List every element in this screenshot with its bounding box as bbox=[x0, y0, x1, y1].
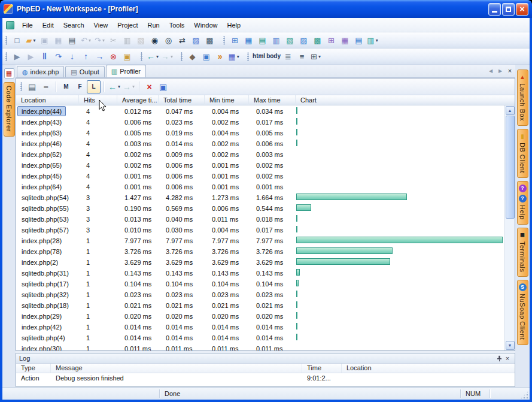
column-header-chart[interactable]: Chart bbox=[296, 95, 515, 105]
dock-tab-code-explorer[interactable]: Code Explorer bbox=[4, 82, 15, 137]
auto-hide-pin-button[interactable] bbox=[495, 354, 503, 362]
layout-button[interactable]: ▦▾ bbox=[227, 50, 241, 63]
table-row[interactable]: sqlitedb.php(31)10.143 ms0.143 ms0.143 m… bbox=[16, 267, 515, 278]
tab-scroll-right-button[interactable]: ▶ bbox=[496, 67, 504, 75]
step-out-button[interactable]: ↑ bbox=[79, 50, 93, 63]
column-header-total-time[interactable]: Total time bbox=[159, 95, 205, 105]
clear-results-button[interactable]: × bbox=[142, 80, 156, 93]
table-row[interactable]: index.php(62)40.002 ms0.009 ms0.002 ms0.… bbox=[16, 149, 515, 159]
db-window-button[interactable]: ⊞ bbox=[324, 34, 338, 47]
table-row[interactable]: sqlitedb.php(18)10.021 ms0.021 ms0.021 m… bbox=[16, 300, 515, 310]
filter-f-button[interactable]: F bbox=[73, 80, 87, 93]
table-row[interactable]: index.php(44)40.012 ms0.047 ms0.004 ms0.… bbox=[16, 105, 515, 116]
menu-item-view[interactable]: View bbox=[89, 19, 113, 31]
db-grid-button[interactable]: ▦ bbox=[242, 34, 256, 47]
replace-button[interactable]: ⇄ bbox=[175, 34, 189, 47]
tab-profiler[interactable]: ▥Profiler bbox=[106, 65, 146, 77]
toolbar-grip[interactable] bbox=[20, 82, 22, 91]
find-button[interactable]: ◉ bbox=[148, 34, 162, 47]
table-row[interactable]: index.php(46)40.003 ms0.014 ms0.002 ms0.… bbox=[16, 138, 515, 149]
column-header-hits[interactable]: Hits bbox=[79, 95, 117, 105]
stop-button[interactable]: ⊗ bbox=[107, 50, 120, 63]
table-row[interactable]: index.php(45)40.001 ms0.006 ms0.001 ms0.… bbox=[16, 170, 515, 181]
save-results-button[interactable]: ▣ bbox=[156, 80, 170, 93]
new-file-button[interactable]: □ bbox=[10, 34, 24, 47]
table-row[interactable]: sqlitedb.php(4)10.014 ms0.014 ms0.014 ms… bbox=[16, 332, 515, 343]
menu-item-search[interactable]: Search bbox=[59, 19, 89, 31]
title-bar[interactable]: PhpED - New Workspace - [Profiler] × bbox=[0, 0, 532, 18]
db-form-button[interactable]: ⊞ bbox=[228, 34, 242, 47]
column-header-average-ti[interactable]: Average ti... bbox=[117, 95, 159, 105]
pause-button[interactable]: ‖ bbox=[38, 50, 51, 63]
menu-item-file[interactable]: File bbox=[17, 19, 38, 31]
filter-l-button[interactable]: L bbox=[87, 80, 101, 93]
table-row[interactable]: sqlitedb.php(55)30.190 ms0.569 ms0.006 m… bbox=[16, 202, 515, 213]
menu-item-project[interactable]: Project bbox=[113, 19, 142, 31]
dock-tab-nusoap-client[interactable]: SNuSoap Client bbox=[517, 280, 528, 344]
table-row[interactable]: index.php(78)13.726 ms3.726 ms3.726 ms3.… bbox=[16, 246, 515, 256]
step-into-button[interactable]: ↓ bbox=[65, 50, 79, 63]
filter-m-button[interactable]: M bbox=[59, 80, 73, 93]
maximize-button[interactable] bbox=[502, 3, 515, 16]
find-next-button[interactable]: ◎ bbox=[162, 34, 175, 47]
body-toolbar-button[interactable]: body bbox=[266, 50, 281, 63]
log-close-button[interactable]: × bbox=[503, 354, 512, 362]
vertical-scrollbar[interactable]: ▲ ▼ bbox=[504, 105, 515, 350]
code-template-button[interactable]: ▩ bbox=[203, 34, 217, 47]
table-row[interactable]: index.php(65)40.002 ms0.006 ms0.001 ms0.… bbox=[16, 159, 515, 170]
scroll-thumb[interactable] bbox=[506, 116, 515, 219]
column-header-max-time[interactable]: Max time bbox=[249, 95, 296, 105]
code-explorer-icon[interactable]: ▦ bbox=[4, 68, 14, 78]
table-row[interactable]: index.php(2)13.629 ms3.629 ms3.629 ms3.6… bbox=[16, 256, 515, 267]
menu-item-edit[interactable]: Edit bbox=[38, 19, 59, 31]
log-column-type[interactable]: Type bbox=[16, 364, 51, 373]
run-to-cursor-button[interactable]: → bbox=[93, 50, 107, 63]
log-column-time[interactable]: Time bbox=[302, 364, 342, 373]
table-row[interactable]: sqlitedb.php(17)10.104 ms0.104 ms0.104 m… bbox=[16, 278, 515, 289]
dock-tab-terminals[interactable]: ◼Terminals bbox=[517, 228, 528, 277]
mdi-child-icon[interactable] bbox=[6, 21, 14, 29]
resize-grip[interactable] bbox=[520, 391, 529, 400]
tab-close-button[interactable]: × bbox=[506, 67, 514, 75]
tab-output[interactable]: ▤Output bbox=[65, 66, 104, 77]
structure-button[interactable]: ≡ bbox=[295, 50, 309, 63]
table-row[interactable]: sqlitedb.php(32)10.023 ms0.023 ms0.023 m… bbox=[16, 289, 515, 300]
history-back-button[interactable]: ←▾ bbox=[107, 80, 121, 93]
db-designer-button[interactable]: ▤ bbox=[352, 34, 366, 47]
outline-button[interactable]: ≣ bbox=[281, 50, 295, 63]
preview-button[interactable]: ▣ bbox=[199, 50, 213, 63]
back-button[interactable]: ←▾ bbox=[145, 50, 160, 63]
table-row[interactable]: index.php(29)10.020 ms0.020 ms0.020 ms0.… bbox=[16, 310, 515, 321]
table-row[interactable]: index.php(42)10.014 ms0.014 ms0.014 ms0.… bbox=[16, 321, 515, 332]
scroll-up-button[interactable]: ▲ bbox=[506, 106, 515, 115]
open-file-button[interactable]: ▰▾ bbox=[24, 34, 38, 47]
menu-item-help[interactable]: Help bbox=[222, 19, 245, 31]
db-import-button[interactable]: ▩ bbox=[311, 34, 324, 47]
tab-index-php[interactable]: ◍index.php bbox=[17, 66, 64, 77]
db-report-button[interactable]: ▧ bbox=[283, 34, 297, 47]
db-export-button[interactable]: ▨ bbox=[297, 34, 311, 47]
pause-on-exception-button[interactable]: ▣ bbox=[120, 50, 134, 63]
dock-tab-help[interactable]: ??Help bbox=[517, 181, 528, 225]
tab-scroll-left-button[interactable]: ◀ bbox=[487, 67, 495, 75]
log-row[interactable]: ActionDebug session finished9:01:2... bbox=[16, 373, 515, 383]
column-header-location[interactable]: Location bbox=[16, 95, 79, 105]
toolbar-grip[interactable] bbox=[5, 52, 7, 61]
table-row[interactable]: index.php(43)40.006 ms0.023 ms0.002 ms0.… bbox=[16, 116, 515, 127]
print-button[interactable]: ▤ bbox=[65, 34, 79, 47]
toolbar-grip[interactable] bbox=[247, 52, 249, 61]
table-row[interactable]: index.php(30)10.011 ms0.011 ms0.011 ms0.… bbox=[16, 343, 515, 350]
step-over-button[interactable]: ↷ bbox=[51, 50, 65, 63]
toolbar-grip[interactable] bbox=[223, 36, 225, 45]
column-header-min-time[interactable]: Min time bbox=[205, 95, 249, 105]
db-list-button[interactable]: ▥▾ bbox=[366, 34, 379, 47]
toolbar-grip[interactable] bbox=[181, 52, 183, 61]
scroll-down-button[interactable]: ▼ bbox=[506, 341, 515, 350]
run-button[interactable]: ▶ bbox=[10, 50, 24, 63]
db-view-button[interactable]: ▦ bbox=[338, 34, 352, 47]
db-query-button[interactable]: ▥ bbox=[269, 34, 283, 47]
minimize-button[interactable] bbox=[488, 3, 501, 16]
menu-item-run[interactable]: Run bbox=[142, 19, 164, 31]
collapse-button[interactable]: − bbox=[39, 80, 53, 93]
html-toolbar-button[interactable]: html bbox=[252, 50, 266, 63]
